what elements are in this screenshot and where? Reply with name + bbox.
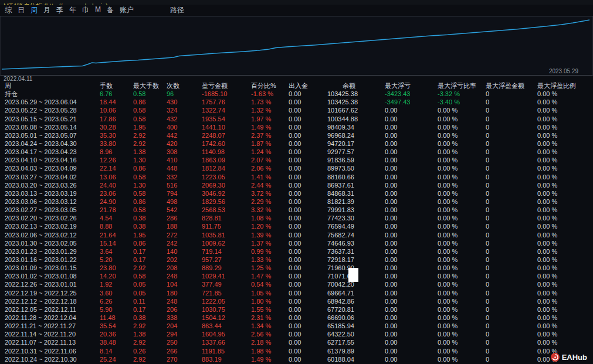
cell-percent: 2.44 % — [251, 181, 289, 189]
cell-profit: 1441.10 — [202, 123, 251, 131]
table-row[interactable]: 2023.02.20 ~ 2023.02.264.540.38286828.81… — [0, 214, 593, 222]
table-row[interactable]: 2023.05.29 ~ 2023.06.0418.440.864301757.… — [0, 98, 593, 106]
cell-float_loss: 0.00 — [385, 338, 438, 346]
menu-tab-7[interactable]: 巾 — [82, 5, 89, 15]
cell-max_lots: 0.58 — [133, 90, 167, 98]
cell-count: 794 — [167, 189, 202, 198]
cell-float_loss_pct: 0.00 % — [438, 314, 486, 322]
cell-percent: 1.34 % — [251, 322, 289, 330]
cell-period: 2022.12.05 ~ 2022.12.11 — [5, 305, 100, 314]
cell-deposit: 0.00 — [289, 189, 327, 198]
table-row[interactable]: 2023.05.08 ~ 2023.05.1430.281.954001441.… — [0, 123, 593, 131]
cell-period: 2023.02.20 ~ 2023.02.26 — [5, 214, 100, 222]
table-row[interactable]: 2023.02.06 ~ 2023.02.1221.641.952721035.… — [0, 231, 593, 239]
cell-profit: 2069.30 — [202, 181, 251, 189]
column-header-profit: 盈亏金额 — [202, 81, 251, 90]
cell-float_loss_pct: 0.00 % — [438, 123, 486, 131]
cell-balance: 66690.06 — [327, 314, 385, 322]
table-row[interactable]: 2023.05.01 ~ 2023.05.0735.302.924422248.… — [0, 131, 593, 140]
cell-max_lots: 0.26 — [133, 347, 167, 355]
table-row[interactable]: 2023.04.03 ~ 2023.04.0922.140.864481812.… — [0, 164, 593, 172]
cell-balance: 79991.83 — [327, 206, 385, 214]
table-row[interactable]: 2023.03.13 ~ 2023.03.1923.060.587943046.… — [0, 189, 593, 198]
table-row[interactable]: 2023.02.13 ~ 2023.02.198.880.38188911.75… — [0, 222, 593, 230]
eahub-logo: EAHub — [551, 353, 587, 362]
cell-float_loss: 0.00 — [385, 330, 438, 338]
table-row[interactable]: 2023.05.15 ~ 2023.05.2117.860.584321935.… — [0, 115, 593, 123]
table-row[interactable]: 2023.03.20 ~ 2023.03.2624.401.305162069.… — [0, 181, 593, 189]
table-row[interactable]: 2023.01.02 ~ 2023.01.0814.200.582481029.… — [0, 272, 593, 280]
table-row[interactable]: 2023.01.23 ~ 2023.01.293.640.17140719.14… — [0, 247, 593, 256]
cell-float_profit: 0 — [486, 198, 537, 206]
table-row[interactable]: 2023.04.24 ~ 2023.04.3033.802.924201742.… — [0, 140, 593, 148]
table-row[interactable]: 2023.05.22 ~ 2023.05.2810.060.583241322.… — [0, 106, 593, 114]
cell-percent: 1.25 % — [251, 264, 289, 272]
cell-profit: 1829.56 — [202, 198, 251, 206]
table-row[interactable]: 2023.03.06 ~ 2023.03.1224.900.864981829.… — [0, 198, 593, 206]
menu-tab-6[interactable]: 年 — [69, 5, 76, 15]
cell-max_lots: 2.92 — [133, 355, 167, 363]
column-header-period: 周 — [5, 81, 100, 90]
cell-balance: 61379.89 — [327, 347, 385, 355]
cell-deposit: 0.00 — [289, 123, 327, 131]
cell-float_loss: 0.00 — [385, 131, 438, 140]
cell-count: 430 — [167, 98, 202, 106]
table-row[interactable]: 2023.04.10 ~ 2023.04.1612.261.304101863.… — [0, 156, 593, 164]
menu-tab-2[interactable]: 日 — [18, 5, 25, 15]
cell-lots: 17.86 — [100, 115, 133, 123]
cell-float_loss: 0.00 — [385, 123, 438, 131]
menu-tab-5[interactable]: 季 — [56, 5, 63, 15]
table-row[interactable]: 2023.01.09 ~ 2023.01.1523.802.92208889.2… — [0, 264, 593, 272]
table-row[interactable]: 2023.04.17 ~ 2023.04.238.961.383081140.9… — [0, 148, 593, 156]
cell-max_lots: 2.92 — [133, 322, 167, 330]
table-row[interactable]: 2023.02.27 ~ 2023.03.0521.780.585422568.… — [0, 206, 593, 214]
cell-float_loss: 0.00 — [385, 355, 438, 363]
cell-profit: 1742.60 — [202, 140, 251, 148]
cell-profit: 2568.53 — [202, 206, 251, 214]
cell-period: 2022.12.12 ~ 2022.12.18 — [5, 297, 100, 305]
cell-float_loss_pct: 0.00 % — [438, 148, 486, 156]
table-row[interactable]: 2022.11.28 ~ 2022.12.0411.480.383381504.… — [0, 314, 593, 322]
holding-row[interactable]: 持仓6.760.5896-1685.10-1.63 %0.00103425.38… — [0, 90, 593, 98]
table-row[interactable]: 2022.11.14 ~ 2022.11.2020.361.382941604.… — [0, 330, 593, 338]
cell-lots: 8.14 — [100, 347, 133, 355]
cell-float_loss: 0.00 — [385, 289, 438, 297]
menu-tab-3[interactable]: 周 — [31, 5, 38, 15]
cell-count: 338 — [167, 314, 202, 322]
table-row[interactable]: 2022.10.24 ~ 2022.10.3025.242.92270883.1… — [0, 355, 593, 363]
cell-float_profit: 0 — [486, 98, 537, 106]
cell-lots: 14.20 — [100, 272, 133, 280]
cell-max_lots: 0.58 — [133, 272, 167, 280]
menu-tab-1[interactable]: 综 — [5, 5, 12, 15]
cell-count: 400 — [167, 123, 202, 131]
menu-tab-9[interactable]: 备 — [107, 5, 114, 15]
table-row[interactable]: 2022.12.05 ~ 2022.12.115.900.172061030.7… — [0, 305, 593, 314]
cell-period: 2023.03.27 ~ 2023.04.02 — [5, 173, 100, 181]
table-row[interactable]: 2023.01.30 ~ 2023.02.0515.140.862421009.… — [0, 239, 593, 247]
cell-count: 180 — [167, 289, 202, 297]
cell-float_profit_pct: 0.00 % — [537, 239, 593, 247]
cell-max_lots: 0.38 — [133, 314, 167, 322]
table-row[interactable]: 2022.11.21 ~ 2022.11.2735.542.92204863.4… — [0, 322, 593, 330]
cell-float_loss_pct: 0.00 % — [438, 140, 486, 148]
menu-item-path[interactable]: 路径 — [170, 5, 184, 15]
table-row[interactable]: 2022.10.31 ~ 2022.11.068.140.262661191.8… — [0, 347, 593, 355]
cell-float_profit: 0 — [486, 173, 537, 181]
cell-lots: 13.06 — [100, 173, 133, 181]
cell-max_lots: 0.58 — [133, 106, 167, 114]
menu-tab-8[interactable]: M — [95, 5, 101, 15]
cell-deposit: 0.00 — [289, 338, 327, 346]
menu-tab-10[interactable]: 账户 — [120, 5, 134, 15]
cell-percent: 3.32 % — [251, 206, 289, 214]
cell-deposit: 0.00 — [289, 247, 327, 256]
table-row[interactable]: 2022.11.07 ~ 2022.11.1338.482.922501337.… — [0, 338, 593, 346]
table-row[interactable]: 2023.01.16 ~ 2023.01.225.200.17202957.27… — [0, 256, 593, 264]
cell-period: 2022.12.19 ~ 2022.12.25 — [5, 289, 100, 297]
cell-float_profit_pct: 0.00 % — [537, 148, 593, 156]
table-row[interactable]: 2023.03.27 ~ 2023.04.0213.060.583321223.… — [0, 173, 593, 181]
menu-tab-4[interactable]: 月 — [43, 5, 50, 15]
table-row[interactable]: 2022.12.19 ~ 2022.12.253.600.05180721.85… — [0, 289, 593, 297]
cell-float_profit_pct: 0.00 % — [537, 156, 593, 164]
table-row[interactable]: 2022.12.12 ~ 2022.12.186.260.112481222.0… — [0, 297, 593, 305]
table-row[interactable]: 2022.12.26 ~ 2023.01.011.920.05104377.49… — [0, 280, 593, 288]
